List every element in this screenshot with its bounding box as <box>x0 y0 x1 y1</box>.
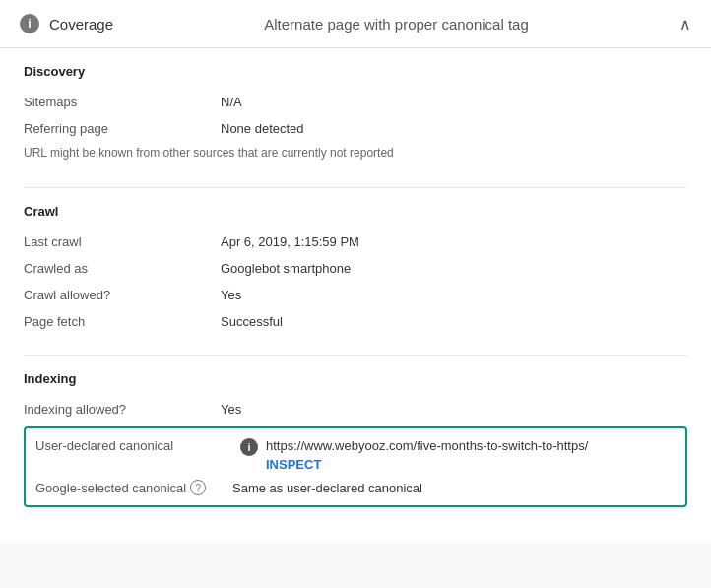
crawl-allowed-value: Yes <box>221 288 687 302</box>
user-declared-row: User-declared canonical i https://www.we… <box>35 436 676 474</box>
divider-2 <box>24 355 687 356</box>
user-declared-value: https://www.webyooz.com/five-months-to-s… <box>266 438 676 472</box>
crawled-as-label: Crawled as <box>24 261 221 276</box>
canonical-highlight-box: User-declared canonical i https://www.we… <box>24 426 687 507</box>
google-selected-value: Same as user-declared canonical <box>232 481 676 495</box>
content-area: Discovery Sitemaps N/A Referring page No… <box>0 48 711 543</box>
discovery-note: URL might be known from other sources th… <box>24 142 687 167</box>
last-crawl-label: Last crawl <box>24 234 221 249</box>
page-fetch-label: Page fetch <box>24 314 221 329</box>
referring-page-row: Referring page None detected <box>24 115 687 142</box>
last-crawl-value: Apr 6, 2019, 1:15:59 PM <box>221 234 687 249</box>
referring-page-value: None detected <box>221 121 687 136</box>
last-crawl-row: Last crawl Apr 6, 2019, 1:15:59 PM <box>24 229 687 255</box>
inspect-link[interactable]: INSPECT <box>266 457 676 472</box>
crawled-as-value: Googlebot smartphone <box>221 261 687 276</box>
user-declared-info-icon[interactable]: i <box>240 438 258 456</box>
chevron-up-icon[interactable]: ∧ <box>679 15 691 33</box>
indexing-allowed-label: Indexing allowed? <box>24 402 221 417</box>
crawl-section: Crawl Last crawl Apr 6, 2019, 1:15:59 PM… <box>24 204 687 335</box>
header-left: i Coverage <box>20 14 113 33</box>
sitemaps-value: N/A <box>221 95 687 109</box>
crawl-allowed-row: Crawl allowed? Yes <box>24 282 687 308</box>
page-fetch-value: Successful <box>221 314 687 329</box>
header: i Coverage Alternate page with proper ca… <box>0 0 711 48</box>
main-container: i Coverage Alternate page with proper ca… <box>0 0 711 543</box>
sitemaps-label: Sitemaps <box>24 95 221 109</box>
header-status: Alternate page with proper canonical tag <box>264 16 529 33</box>
header-title: Coverage <box>49 16 113 33</box>
indexing-title: Indexing <box>24 371 687 386</box>
crawled-as-row: Crawled as Googlebot smartphone <box>24 255 687 282</box>
user-declared-label: User-declared canonical <box>35 438 232 453</box>
google-selected-help-icon[interactable]: ? <box>190 480 206 495</box>
indexing-section: Indexing Indexing allowed? Yes User-decl… <box>24 371 687 507</box>
indexing-allowed-row: Indexing allowed? Yes <box>24 396 687 423</box>
header-info-icon[interactable]: i <box>20 14 39 33</box>
divider-1 <box>24 187 687 188</box>
referring-page-label: Referring page <box>24 121 221 136</box>
discovery-section: Discovery Sitemaps N/A Referring page No… <box>24 64 687 167</box>
google-selected-row: Google-selected canonical ? Same as user… <box>35 474 676 497</box>
discovery-title: Discovery <box>24 64 687 79</box>
indexing-allowed-value: Yes <box>221 402 687 417</box>
crawl-allowed-label: Crawl allowed? <box>24 288 221 302</box>
page-fetch-row: Page fetch Successful <box>24 308 687 335</box>
crawl-title: Crawl <box>24 204 687 219</box>
google-selected-label: Google-selected canonical ? <box>35 480 232 495</box>
sitemaps-row: Sitemaps N/A <box>24 89 687 115</box>
